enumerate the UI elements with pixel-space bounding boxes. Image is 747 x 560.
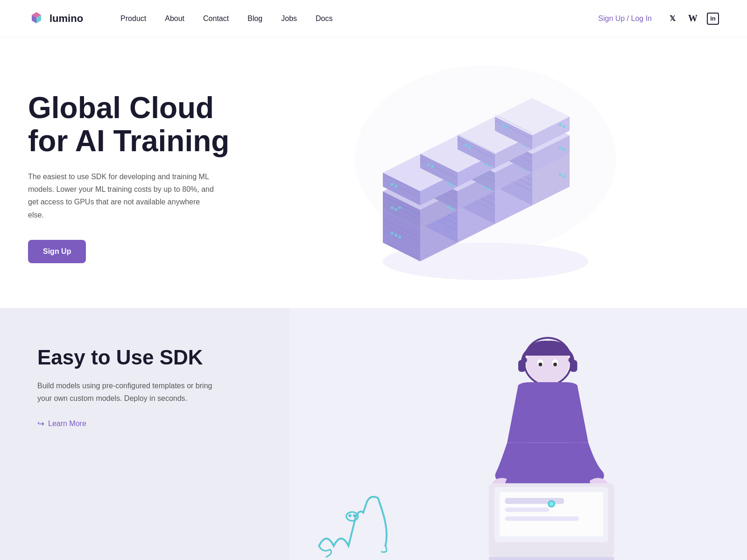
svg-point-94	[427, 163, 430, 166]
svg-point-48	[391, 206, 394, 209]
nav-docs[interactable]: Docs	[316, 14, 332, 22]
svg-point-79	[563, 148, 565, 151]
feature-illustration	[289, 308, 747, 560]
svg-point-49	[395, 208, 397, 211]
arrow-right-icon: ↪	[37, 419, 44, 429]
svg-point-85	[391, 183, 394, 186]
feature-content: Easy to Use SDK Build models using pre-c…	[0, 308, 289, 560]
feature-title: Easy to Use SDK	[37, 345, 252, 370]
nav-contact[interactable]: Contact	[203, 14, 229, 22]
svg-point-113	[506, 126, 508, 129]
brand-name: lumino	[49, 13, 83, 25]
feature-description: Build models using pre-configured templa…	[37, 379, 224, 405]
svg-point-114	[559, 123, 562, 126]
navbar: lumino Product About Contact Blog Jobs D…	[0, 0, 747, 37]
feature-section: Easy to Use SDK Build models using pre-c…	[0, 308, 747, 560]
learn-more-link[interactable]: ↪ Learn More	[37, 419, 252, 429]
learn-more-label: Learn More	[48, 420, 86, 428]
hero-illustration	[252, 65, 719, 289]
svg-point-8	[391, 232, 394, 235]
medium-icon[interactable]: W	[686, 12, 699, 25]
hero-section: Global Cloud for AI Training The easiest…	[0, 37, 747, 308]
nav-social-icons: 𝕏 W in	[666, 12, 719, 25]
hero-description: The easiest to use SDK for developing an…	[28, 170, 215, 221]
cat-decoration	[319, 497, 387, 557]
nav-about[interactable]: About	[165, 14, 184, 22]
svg-rect-135	[505, 508, 550, 512]
svg-rect-134	[505, 498, 564, 504]
hero-title: Global Cloud for AI Training	[28, 91, 252, 157]
svg-point-104	[468, 146, 471, 148]
svg-point-86	[395, 185, 397, 188]
nav-signup-login[interactable]: Sign Up / Log In	[598, 14, 652, 23]
nav-jobs[interactable]: Jobs	[281, 14, 297, 22]
person-illustration	[289, 308, 747, 560]
svg-rect-128	[570, 360, 578, 371]
svg-point-138	[549, 502, 553, 506]
hero-content: Global Cloud for AI Training The easiest…	[28, 91, 252, 263]
hero-signup-button[interactable]: Sign Up	[28, 240, 86, 263]
twitter-x-icon[interactable]: 𝕏	[666, 12, 679, 25]
nav-product[interactable]: Product	[120, 14, 146, 22]
svg-point-103	[465, 144, 467, 147]
svg-rect-136	[505, 517, 579, 521]
svg-rect-127	[518, 360, 526, 371]
nav-links: Product About Contact Blog Jobs Docs	[120, 14, 598, 23]
svg-point-10	[398, 236, 401, 238]
linkedin-icon[interactable]: in	[707, 13, 719, 25]
svg-point-41	[559, 173, 562, 176]
svg-point-50	[398, 206, 401, 209]
svg-point-42	[563, 175, 565, 178]
server-illustration	[355, 65, 616, 289]
svg-point-126	[553, 363, 557, 366]
svg-point-112	[502, 124, 505, 127]
svg-point-95	[431, 165, 434, 168]
svg-point-78	[559, 147, 562, 149]
logo[interactable]: lumino	[28, 10, 83, 27]
nav-blog[interactable]: Blog	[247, 14, 262, 22]
logo-icon	[28, 10, 45, 27]
svg-point-118	[353, 514, 356, 517]
svg-point-9	[395, 234, 397, 237]
svg-point-125	[538, 363, 542, 366]
person-with-laptop	[489, 338, 614, 560]
svg-point-117	[348, 514, 351, 517]
svg-point-115	[563, 125, 565, 128]
